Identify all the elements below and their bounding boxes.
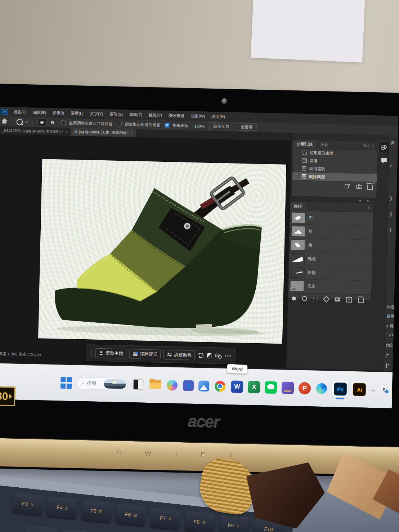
task-view-button[interactable] <box>132 378 145 391</box>
key-4[interactable]: $` <box>60 529 95 532</box>
fill-screen-button[interactable]: 全螢幕 <box>237 123 256 131</box>
word-icon[interactable]: W <box>231 380 243 393</box>
key-3[interactable]: #ˇ <box>23 525 57 532</box>
search-widget-image[interactable] <box>104 379 126 389</box>
path-row-back[interactable]: 後 <box>290 238 373 254</box>
powerpoint-icon[interactable]: P <box>299 382 311 395</box>
menu-select[interactable]: 選取(S) <box>106 111 126 117</box>
menu-plugins[interactable]: 增效模組 <box>165 113 188 119</box>
key-f5[interactable]: F5⊡ <box>81 500 112 522</box>
drag-handle-icon[interactable] <box>90 349 93 357</box>
key-f9[interactable]: F9☼ <box>218 514 250 532</box>
delete-path-trash-icon[interactable] <box>358 298 364 303</box>
resize-windows-checkbox[interactable]: 重新調整視窗尺寸以相合 <box>61 120 112 126</box>
checkbox-checked-icon[interactable] <box>165 123 169 128</box>
menu-view[interactable]: 檢視(V) <box>145 112 165 118</box>
edge-icon[interactable] <box>315 383 328 395</box>
layer-visibility-eye-icon[interactable] <box>386 363 387 368</box>
photoshop-taskbar-active[interactable]: Ps <box>332 381 349 397</box>
path-row-insole[interactable]: 軟墊 <box>289 265 372 281</box>
load-selection-icon[interactable] <box>313 296 318 301</box>
menu-help[interactable]: 說明(H) <box>208 114 228 120</box>
tab-close-icon[interactable]: × <box>66 130 68 134</box>
chevron-right-icon[interactable]: ❯ <box>389 211 393 216</box>
checkbox-icon[interactable] <box>117 122 121 126</box>
tray-sync-icon[interactable]: ↻ <box>382 387 387 393</box>
zoom-all-windows-checkbox[interactable]: 縮放顯示所有的視窗 <box>117 121 160 128</box>
add-mask-icon[interactable] <box>335 297 340 301</box>
tab-history[interactable]: 步驟記錄 <box>293 140 317 148</box>
chevron-right-icon[interactable]: ❯ <box>389 227 392 232</box>
adjustment-contrast-icon[interactable] <box>207 353 212 358</box>
menu-file[interactable]: 檔案(F) <box>10 109 30 115</box>
copilot-icon[interactable] <box>166 379 179 392</box>
new-path-icon[interactable]: + <box>346 297 352 302</box>
generative-expand-icon[interactable] <box>215 353 222 359</box>
history-source-checkbox[interactable] <box>295 158 299 163</box>
history-source-checkbox[interactable] <box>295 150 299 155</box>
menu-image[interactable]: 影像(I) <box>49 110 68 116</box>
path-row-sole[interactable]: 鞋底 <box>289 252 372 267</box>
panel-menu-icon[interactable]: ≡ <box>368 206 371 210</box>
more-options-icon[interactable]: ••• <box>225 353 232 358</box>
snapshot-camera-icon[interactable] <box>356 184 362 189</box>
layer-visibility-eye-icon[interactable] <box>386 353 386 358</box>
adjust-colors-button[interactable]: 調整顏色 <box>163 350 195 360</box>
fit-screen-button[interactable]: 顯示全頁 <box>209 122 233 130</box>
menu-window[interactable]: 視窗(W) <box>188 113 209 119</box>
path-row-toplift[interactable]: 天皮 <box>288 279 372 295</box>
menu-edit[interactable]: 編輯(E) <box>30 109 49 115</box>
make-work-path-icon[interactable] <box>323 296 329 302</box>
tool-preset-caret-icon[interactable] <box>26 121 28 123</box>
start-button[interactable] <box>60 377 72 389</box>
key-f8[interactable]: F8⊘ <box>184 511 215 532</box>
history-source-checkbox[interactable] <box>295 174 299 179</box>
tab-close-icon[interactable]: × <box>131 131 133 135</box>
chrome-icon[interactable] <box>214 380 227 393</box>
menu-filter[interactable]: 濾鏡(T) <box>126 112 145 118</box>
tab-comments[interactable]: 評論 <box>316 140 332 149</box>
layer-kind-filter-partial[interactable]: ⌕ 種 <box>386 323 394 328</box>
panel-menu-icon[interactable]: ≡ <box>372 144 375 148</box>
zoom-level-value[interactable]: 100% <box>194 124 204 128</box>
tray-chevron-icon[interactable]: ︿ <box>371 386 376 393</box>
key-f7[interactable]: F7⌗ <box>149 507 181 529</box>
zoom-tool-icon[interactable] <box>16 119 23 125</box>
new-document-from-state-icon[interactable] <box>345 183 351 188</box>
search-icon[interactable]: ⌕ <box>390 163 392 168</box>
panel-overflow-icon[interactable]: ≫| <box>363 143 369 148</box>
home-icon[interactable] <box>2 119 7 124</box>
path-row-middle[interactable]: 中 <box>290 211 373 226</box>
key-f3[interactable]: F3≀≀ <box>12 493 44 515</box>
path-row-front[interactable]: 前 <box>290 224 373 240</box>
zoom-in-button[interactable]: ⊕ <box>37 118 46 126</box>
file-explorer-icon[interactable] <box>149 379 162 391</box>
menu-layer[interactable]: 圖層(L) <box>67 111 87 116</box>
illustrator-icon[interactable]: Ai <box>353 383 366 396</box>
taskbar-search[interactable]: ⌕ 搜尋 <box>77 377 128 390</box>
checkbox-icon[interactable] <box>61 120 66 125</box>
delete-state-trash-icon[interactable] <box>367 184 373 189</box>
m365-copilot-icon[interactable]: M365 <box>282 382 294 394</box>
comments-panel-icon[interactable] <box>378 154 390 165</box>
layers-panel-partial[interactable]: 圖層 <box>386 314 394 319</box>
menu-type[interactable]: 文字(Y) <box>87 111 107 117</box>
canvas-shoe-image[interactable] <box>38 159 286 344</box>
history-source-checkbox[interactable] <box>295 166 299 171</box>
transform-icon[interactable] <box>198 352 204 358</box>
chevron-right-icon[interactable]: ❯ <box>389 196 393 201</box>
stroke-path-icon[interactable] <box>302 296 307 301</box>
excel-icon[interactable]: X <box>248 381 260 393</box>
properties-panel-partial[interactable]: 內容 <box>387 304 395 310</box>
key-f6[interactable]: F6⊞ <box>115 504 147 526</box>
remove-background-button[interactable]: 移除背景 <box>129 349 161 359</box>
scrubby-zoom-checkbox[interactable]: 拖曳縮放 <box>165 122 188 128</box>
line-app-icon[interactable] <box>265 381 277 394</box>
adjustments-tab-partial[interactable]: 調 <box>390 140 394 146</box>
zoom-out-button[interactable]: ⊖ <box>48 119 57 126</box>
photoshop-icon[interactable]: Ps <box>334 383 347 396</box>
photos-icon[interactable] <box>198 380 210 392</box>
teams-icon[interactable]: 👤 <box>183 380 194 391</box>
panel-collapse-close-icons[interactable]: « × <box>359 198 371 203</box>
key-f4[interactable]: F4z <box>46 496 78 519</box>
